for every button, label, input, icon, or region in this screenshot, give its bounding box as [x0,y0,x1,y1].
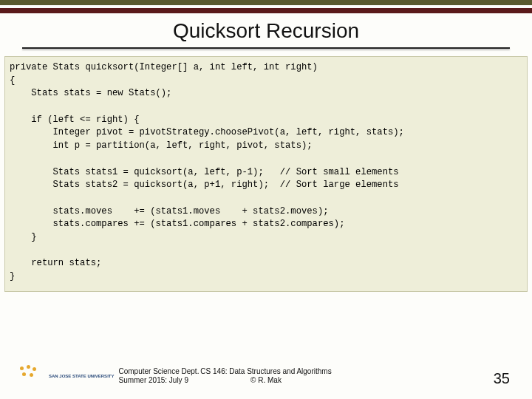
title-underline [22,47,510,49]
dept-line1: Computer Science Dept. [118,367,199,376]
course-line2: © R. Mak [200,376,331,385]
decorative-top-bars [0,0,532,13]
course-line1: CS 146: Data Structures and Algorithms [200,367,331,376]
logo-caption: SAN JOSE STATE UNIVERSITY [49,374,114,378]
bar-olive [0,0,532,5]
university-logo [18,365,40,387]
page-number: 35 [494,370,510,387]
dept-line2: Summer 2015: July 9 [118,376,199,385]
logo-text: SAN JOSE STATE UNIVERSITY [49,374,114,378]
code-block: private Stats quicksort(Integer[] a, int… [4,56,528,292]
title-area: Quicksort Recursion [0,19,532,49]
footer-dept: Computer Science Dept. Summer 2015: July… [118,367,199,385]
footer: SAN JOSE STATE UNIVERSITY Computer Scien… [0,365,532,387]
bar-maroon [0,8,532,13]
footer-course: CS 146: Data Structures and Algorithms ©… [200,367,331,385]
slide-title: Quicksort Recursion [173,19,359,46]
